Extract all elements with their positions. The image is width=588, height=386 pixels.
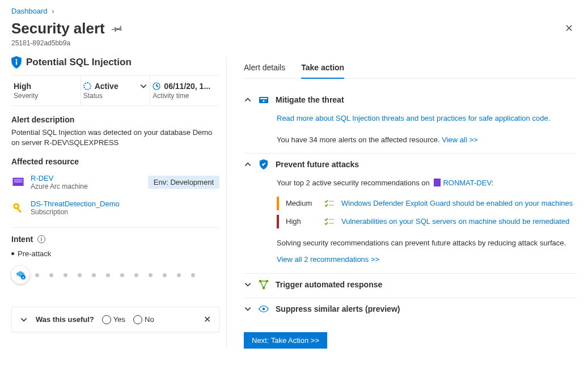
severity-bar-medium (277, 197, 279, 210)
checklist-icon (324, 200, 335, 207)
svg-point-0 (16, 59, 18, 61)
tab-alert-details[interactable]: Alert details (244, 60, 285, 78)
chevron-down-icon (244, 305, 252, 313)
next-take-action-button[interactable]: Next: Take Action >> (244, 332, 327, 349)
chevron-down-icon[interactable] (20, 316, 28, 324)
feedback-panel: Was this useful? Yes No ✕ (11, 307, 219, 332)
pin-icon[interactable] (112, 23, 122, 33)
section-trigger: Trigger automated response (244, 274, 577, 298)
feedback-question: Was this useful? (36, 315, 94, 324)
mitigate-icon (259, 95, 269, 105)
env-badge: Env: Development (148, 176, 219, 189)
svg-point-19 (263, 307, 265, 310)
feedback-yes[interactable]: Yes (102, 315, 125, 324)
resource-item-machine: R-DEV Azure Arc machine Env: Development (11, 169, 219, 195)
resource-item-subscription: DS-ThreatDetection_Demo Subscription (11, 195, 219, 220)
severity-bar-high (277, 215, 279, 228)
section-prevent: Prevent future attacks Your top 2 active… (244, 154, 577, 274)
chevron-down-icon (244, 281, 252, 289)
prevent-resource-link[interactable]: RONMAT-DEV (443, 179, 491, 187)
stat-severity: High Severity (11, 76, 81, 105)
svg-rect-1 (16, 61, 17, 65)
description-text: Potential SQL Injection was detected on … (11, 128, 219, 148)
close-button[interactable]: ✕ (561, 19, 577, 38)
page-title: Security alert (11, 20, 105, 37)
resource-link-rdev[interactable]: R-DEV (31, 174, 142, 183)
view-all-recs-link[interactable]: View all 2 recommendations >> (277, 255, 379, 264)
shield-icon (259, 159, 269, 169)
feedback-close[interactable]: ✕ (204, 314, 211, 325)
feedback-no[interactable]: No (133, 315, 154, 324)
clock-icon (153, 82, 160, 90)
vm-icon (11, 176, 25, 189)
recommendation-row: Medium Windows Defender Exploit Guard sh… (277, 197, 577, 210)
intent-stage: Pre-attack (11, 249, 219, 258)
breadcrumb: Dashboard › (11, 7, 577, 15)
checklist-icon (324, 218, 335, 226)
svg-rect-8 (17, 208, 22, 213)
section-mitigate: Mitigate the threat Read more about SQL … (244, 89, 577, 154)
timeline-start-icon (11, 266, 29, 284)
info-icon[interactable]: i (37, 235, 45, 243)
stat-status[interactable]: Active Status (81, 76, 151, 105)
automation-icon (259, 279, 269, 290)
recommendation-link[interactable]: Windows Defender Exploit Guard should be… (341, 198, 573, 209)
stat-time: 06/11/20, 1... Activity time (150, 76, 219, 105)
more-alerts-text: You have 34 more alerts on the affected … (277, 135, 442, 144)
intent-heading: Intent (11, 235, 33, 244)
alert-title: Potential SQL Injection (26, 57, 132, 68)
prevent-footer: Solving security recommendations can pre… (277, 237, 577, 249)
shield-info-icon (11, 56, 22, 69)
breadcrumb-separator: › (52, 7, 54, 15)
breadcrumb-dashboard[interactable]: Dashboard (11, 7, 48, 15)
eye-icon (259, 304, 269, 314)
page-subtitle: 25181-892ad5bb9a (11, 39, 577, 47)
svg-point-7 (15, 205, 18, 207)
view-all-alerts-link[interactable]: View all >> (442, 135, 477, 144)
svg-rect-5 (14, 181, 22, 182)
resource-link-subscription[interactable]: DS-ThreatDetection_Demo (31, 200, 219, 208)
vm-icon (434, 179, 441, 186)
status-spinner-icon (83, 82, 91, 90)
description-heading: Alert description (11, 115, 219, 124)
chevron-up-icon (244, 160, 252, 168)
tab-take-action[interactable]: Take action (301, 60, 344, 79)
key-icon (11, 201, 25, 215)
chevron-down-icon (139, 82, 147, 90)
recommendation-row: High Vulnerabilities on your SQL servers… (277, 215, 577, 228)
mitigate-learn-link[interactable]: Read more about SQL Injection threats an… (277, 114, 550, 122)
intent-timeline (11, 266, 219, 284)
section-suppress: Suppress similar alerts (preview) (244, 298, 577, 322)
recommendation-link[interactable]: Vulnerabilities on your SQL servers on m… (341, 216, 569, 227)
affected-heading: Affected resource (11, 157, 219, 166)
svg-rect-4 (14, 179, 22, 180)
svg-rect-11 (260, 98, 267, 99)
chevron-up-icon (244, 96, 252, 104)
